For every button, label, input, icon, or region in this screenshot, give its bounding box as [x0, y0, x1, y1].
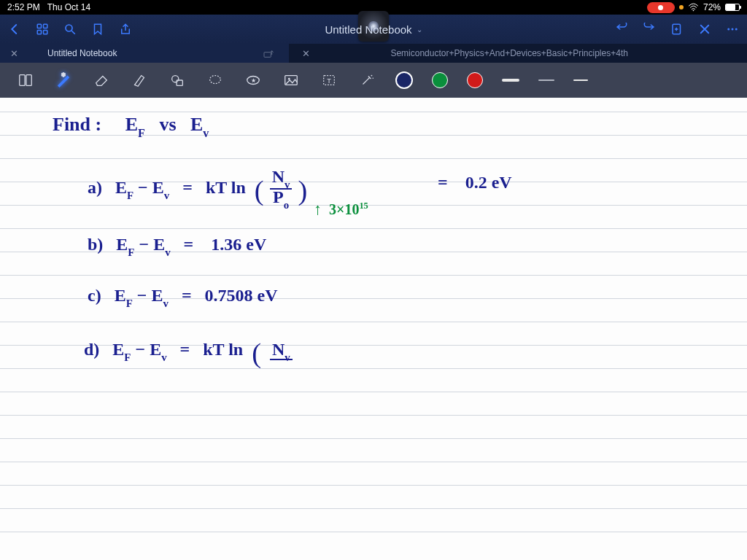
- svg-rect-2: [44, 24, 47, 28]
- svg-point-20: [288, 78, 290, 80]
- document-tabs: ✕ Untitled Notebook ✕ Semiconductor+Phys…: [0, 44, 747, 63]
- record-dot-icon: [658, 5, 663, 10]
- text-tool[interactable]: T: [320, 71, 338, 90]
- app-titlebar: Untitled Notebook ⌄: [0, 15, 747, 44]
- stroke-medium[interactable]: [538, 79, 554, 81]
- note-line-c: c) EF − Ev = 0.7508 eV: [88, 286, 278, 308]
- shapes-tool[interactable]: [168, 71, 187, 90]
- note-line-a-annotation: ↑ 3×1015: [314, 200, 368, 219]
- svg-text:✱: ✱: [61, 72, 66, 78]
- svg-point-23: [371, 75, 373, 77]
- svg-rect-3: [37, 31, 41, 34]
- drawing-toolbar: ✱ ★ T: [0, 63, 747, 98]
- status-time: 2:52 PM: [7, 2, 40, 12]
- note-line-a-value: = 0.2 eV: [438, 173, 512, 192]
- note-line-a: a) EF − Ev = kT ln ( Nv Po ): [88, 169, 307, 209]
- document-title-dropdown[interactable]: Untitled Notebook ⌄: [325, 23, 422, 36]
- note-canvas[interactable]: Find : EF vs Ev a) EF − Ev = kT ln ( Nv …: [0, 98, 747, 560]
- redo-button[interactable]: [642, 22, 657, 36]
- wifi-weak-icon: [679, 5, 684, 9]
- close-button[interactable]: [697, 22, 712, 36]
- svg-text:★: ★: [251, 77, 256, 84]
- color-red[interactable]: [467, 72, 483, 88]
- document-title: Untitled Notebook: [325, 23, 411, 36]
- svg-point-8: [732, 28, 734, 31]
- svg-point-7: [727, 28, 729, 31]
- color-green[interactable]: [432, 72, 448, 88]
- undo-button[interactable]: [614, 22, 629, 36]
- search-button[interactable]: [63, 22, 77, 36]
- color-navy[interactable]: [395, 71, 413, 89]
- tab-label: Untitled Notebook: [47, 48, 117, 58]
- insert-above-icon[interactable]: [263, 48, 274, 58]
- svg-point-0: [693, 10, 694, 12]
- back-button[interactable]: [7, 22, 22, 36]
- svg-text:T: T: [327, 77, 331, 85]
- svg-rect-1: [37, 24, 41, 28]
- eraser-tool[interactable]: [92, 71, 111, 90]
- battery-icon: [725, 4, 740, 11]
- magic-tool[interactable]: [357, 71, 376, 90]
- tab-close-icon[interactable]: ✕: [302, 48, 310, 59]
- tab-active[interactable]: ✕ Untitled Notebook: [0, 44, 289, 63]
- stroke-thin[interactable]: [573, 79, 588, 81]
- page-layout-tool[interactable]: [16, 71, 35, 90]
- svg-rect-12: [26, 75, 31, 86]
- chevron-down-icon: ⌄: [417, 26, 422, 34]
- highlighter-tool[interactable]: [130, 71, 149, 90]
- status-date: Thu Oct 14: [47, 2, 90, 12]
- grid-view-button[interactable]: [35, 22, 50, 36]
- add-page-button[interactable]: [670, 22, 684, 36]
- svg-point-9: [735, 28, 738, 31]
- share-button[interactable]: [118, 22, 133, 36]
- tab-secondary[interactable]: ✕ Semiconductor+Physics+And+Devices+Basi…: [289, 44, 747, 63]
- more-button[interactable]: [725, 22, 740, 36]
- tab-label: Semiconductor+Physics+And+Devices+Basic+…: [390, 48, 628, 58]
- wifi-icon: [688, 3, 699, 12]
- svg-point-24: [373, 78, 374, 79]
- svg-rect-4: [44, 31, 47, 34]
- svg-point-14: [172, 76, 179, 82]
- bookmark-button[interactable]: [90, 22, 105, 36]
- recording-indicator[interactable]: [647, 2, 675, 13]
- svg-rect-10: [264, 52, 271, 58]
- stamp-tool[interactable]: ★: [244, 71, 263, 90]
- tab-close-icon[interactable]: ✕: [10, 48, 18, 59]
- note-line-d: d) EF − Ev = kT ln ( Nv: [84, 337, 293, 369]
- battery-percent: 72%: [703, 2, 721, 12]
- stroke-thick[interactable]: [502, 79, 519, 82]
- svg-rect-11: [20, 75, 25, 86]
- svg-point-5: [66, 25, 72, 31]
- svg-point-16: [210, 76, 221, 84]
- image-tool[interactable]: [282, 71, 301, 90]
- lasso-tool[interactable]: [206, 71, 225, 90]
- pen-tool[interactable]: ✱: [54, 71, 73, 90]
- note-line-b: b) EF − Ev = 1.36 eV: [88, 235, 266, 257]
- note-heading: Find : EF vs Ev: [53, 114, 209, 138]
